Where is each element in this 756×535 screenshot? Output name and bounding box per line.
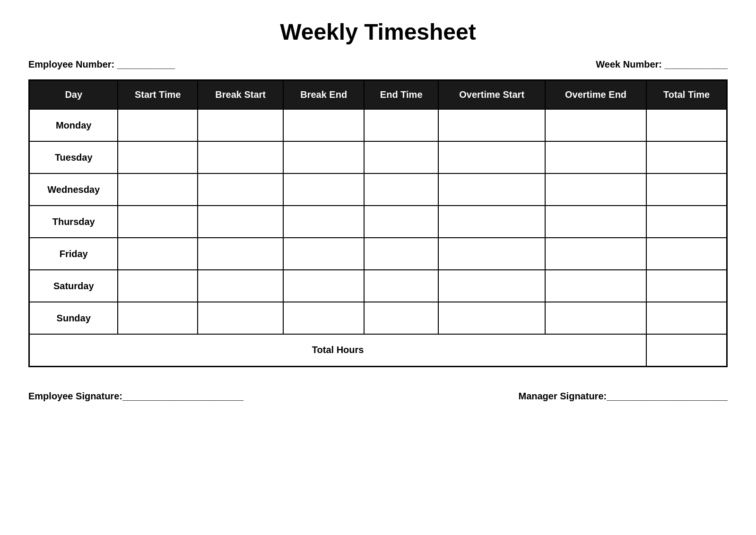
time-cell (438, 206, 545, 238)
time-cell (364, 238, 438, 270)
time-cell (283, 206, 364, 238)
time-cell (198, 238, 284, 270)
signature-row: Employee Signature:_____________________… (28, 391, 728, 402)
time-cell (198, 302, 284, 334)
timesheet-table: Day Start Time Break Start Break End End… (28, 79, 728, 367)
day-cell: Wednesday (29, 173, 118, 206)
day-cell: Sunday (29, 302, 118, 334)
employee-signature-label: Employee Signature:_____________________… (28, 391, 243, 402)
time-cell (364, 302, 438, 334)
time-cell (438, 173, 545, 206)
col-header-total-time: Total Time (646, 80, 727, 110)
time-cell (545, 302, 646, 334)
total-hours-label: Total Hours (29, 334, 647, 366)
table-row: Sunday (29, 302, 727, 334)
time-cell (438, 109, 545, 141)
time-cell (646, 270, 727, 302)
col-header-overtime-start: Overtime Start (438, 80, 545, 110)
time-cell (118, 173, 197, 206)
time-cell (646, 206, 727, 238)
day-cell: Thursday (29, 206, 118, 238)
day-cell: Monday (29, 109, 118, 141)
page-title: Weekly Timesheet (28, 19, 728, 45)
time-cell (545, 173, 646, 206)
time-cell (438, 270, 545, 302)
time-cell (646, 173, 727, 206)
day-cell: Friday (29, 238, 118, 270)
time-cell (545, 109, 646, 141)
time-cell (118, 302, 197, 334)
time-cell (283, 238, 364, 270)
time-cell (118, 141, 197, 173)
day-cell: Tuesday (29, 141, 118, 173)
table-row: Wednesday (29, 173, 727, 206)
time-cell (283, 302, 364, 334)
manager-signature-label: Manager Signature:______________________… (518, 391, 728, 402)
table-row: Monday (29, 109, 727, 141)
time-cell (118, 109, 197, 141)
time-cell (118, 238, 197, 270)
meta-row: Employee Number: ___________ Week Number… (28, 59, 728, 70)
col-header-overtime-end: Overtime End (545, 80, 646, 110)
time-cell (364, 141, 438, 173)
time-cell (545, 238, 646, 270)
time-cell (198, 141, 284, 173)
table-row: Friday (29, 238, 727, 270)
time-cell (198, 270, 284, 302)
time-cell (364, 206, 438, 238)
week-number-label: Week Number: ____________ (596, 59, 728, 70)
total-hours-row: Total Hours (29, 334, 727, 366)
time-cell (646, 109, 727, 141)
table-row: Saturday (29, 270, 727, 302)
time-cell (283, 141, 364, 173)
time-cell (545, 206, 646, 238)
employee-number-label: Employee Number: ___________ (28, 59, 175, 70)
total-hours-value (646, 334, 727, 366)
table-header-row: Day Start Time Break Start Break End End… (29, 80, 727, 110)
col-header-start-time: Start Time (118, 80, 197, 110)
day-cell: Saturday (29, 270, 118, 302)
col-header-break-start: Break Start (198, 80, 284, 110)
time-cell (198, 206, 284, 238)
time-cell (646, 238, 727, 270)
time-cell (198, 173, 284, 206)
time-cell (438, 238, 545, 270)
table-row: Thursday (29, 206, 727, 238)
time-cell (646, 141, 727, 173)
time-cell (545, 270, 646, 302)
time-cell (364, 270, 438, 302)
time-cell (118, 270, 197, 302)
time-cell (438, 141, 545, 173)
time-cell (198, 109, 284, 141)
time-cell (118, 206, 197, 238)
table-row: Tuesday (29, 141, 727, 173)
time-cell (646, 302, 727, 334)
time-cell (364, 173, 438, 206)
col-header-break-end: Break End (283, 80, 364, 110)
time-cell (545, 141, 646, 173)
time-cell (283, 109, 364, 141)
time-cell (438, 302, 545, 334)
col-header-end-time: End Time (364, 80, 438, 110)
col-header-day: Day (29, 80, 118, 110)
time-cell (283, 270, 364, 302)
time-cell (364, 109, 438, 141)
time-cell (283, 173, 364, 206)
